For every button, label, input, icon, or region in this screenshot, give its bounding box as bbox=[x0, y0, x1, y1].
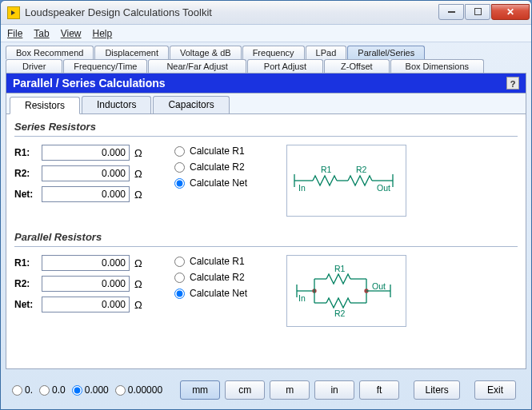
menu-view[interactable]: View bbox=[61, 28, 82, 39]
menu-tab[interactable]: Tab bbox=[34, 28, 49, 39]
series-diagram-r1: R1 bbox=[321, 165, 332, 174]
precision-0[interactable] bbox=[12, 385, 22, 396]
series-r1-label: R1: bbox=[14, 147, 42, 158]
tab-driver[interactable]: Driver bbox=[6, 59, 62, 73]
series-diagram-r2: R2 bbox=[356, 165, 367, 174]
series-r2-label: R2: bbox=[14, 168, 42, 179]
panel-help-button[interactable]: ? bbox=[506, 77, 519, 90]
series-row: R1: Ω R2: Ω Net: Ω bbox=[14, 145, 518, 217]
titlebar: Loudspeaker Design Calculations Toolkit … bbox=[1, 1, 531, 25]
tab-lpad[interactable]: LPad bbox=[306, 46, 347, 59]
parallel-row: R1: Ω R2: Ω Net: Ω bbox=[14, 255, 518, 327]
parallel-schematic: In R1 R2 Out bbox=[286, 255, 406, 327]
tab-frequency[interactable]: Frequency bbox=[242, 46, 305, 59]
series-r1-input[interactable] bbox=[42, 145, 130, 161]
precision-1[interactable] bbox=[39, 385, 50, 396]
tab-parallel-series[interactable]: Parallel/Series bbox=[347, 46, 425, 59]
series-radio-r1-label: Calculate R1 bbox=[190, 145, 245, 157]
tab-frequency-time[interactable]: Frequency/Time bbox=[63, 59, 147, 73]
liters-button[interactable]: Liters bbox=[414, 380, 460, 400]
precision-3[interactable] bbox=[115, 385, 126, 396]
subtab-capacitors[interactable]: Capacitors bbox=[153, 96, 229, 113]
close-button[interactable]: ✕ bbox=[491, 4, 530, 20]
menu-help[interactable]: Help bbox=[93, 28, 113, 39]
menu-file[interactable]: File bbox=[7, 28, 22, 39]
series-radio-r1[interactable] bbox=[174, 146, 185, 157]
parallel-radio-r1[interactable] bbox=[174, 257, 185, 267]
parallel-radio-net-label: Calculate Net bbox=[190, 288, 247, 299]
parallel-r2-label: R2: bbox=[14, 278, 42, 289]
menubar: File Tab View Help bbox=[1, 25, 531, 42]
parallel-net-input[interactable] bbox=[42, 297, 130, 312]
parallel-title: Parallel Resistors bbox=[14, 228, 518, 245]
parallel-diagram-out: Out bbox=[372, 281, 386, 291]
tab-port-adjust[interactable]: Port Adjust bbox=[247, 59, 323, 73]
parallel-radio-r1-label: Calculate R1 bbox=[190, 256, 245, 267]
window-controls: ✕ bbox=[438, 4, 530, 22]
unit-cm-button[interactable]: cm bbox=[225, 380, 265, 400]
workarea: Series Resistors R1: Ω R2: Ω Net: bbox=[6, 114, 526, 369]
parallel-r1-unit: Ω bbox=[134, 257, 142, 269]
series-radio-net[interactable] bbox=[174, 178, 185, 189]
parallel-diagram-r2: R2 bbox=[334, 308, 346, 318]
parallel-r2-unit: Ω bbox=[134, 278, 142, 290]
tab-voltage-db[interactable]: Voltage & dB bbox=[170, 46, 242, 59]
unit-m-button[interactable]: m bbox=[270, 380, 310, 400]
parallel-r2-input[interactable] bbox=[42, 276, 130, 292]
parallel-net-unit: Ω bbox=[134, 299, 142, 311]
subtab-resistors[interactable]: Resistors bbox=[10, 97, 80, 114]
content: Box Recommend Displacement Voltage & dB … bbox=[1, 42, 531, 409]
unit-mm-button[interactable]: mm bbox=[180, 380, 220, 400]
tab-row-1: Box Recommend Displacement Voltage & dB … bbox=[6, 46, 526, 59]
maximize-button[interactable] bbox=[465, 4, 490, 20]
parallel-radio-r2[interactable] bbox=[174, 273, 185, 283]
series-radio-net-label: Calculate Net bbox=[190, 177, 247, 189]
minimize-button[interactable] bbox=[438, 4, 464, 20]
series-r2-unit: Ω bbox=[134, 168, 142, 180]
series-schematic: In R1 R2 Out bbox=[286, 145, 406, 217]
footer: 0. 0.0 0.000 0.00000 mm cm m in ft Liter… bbox=[6, 376, 526, 404]
tab-row-2: Driver Frequency/Time Near/Far Adjust Po… bbox=[6, 59, 526, 73]
precision-group: 0. 0.0 0.000 0.00000 bbox=[12, 384, 162, 396]
series-radio-r2-label: Calculate R2 bbox=[190, 161, 245, 173]
parallel-net-label: Net: bbox=[14, 299, 42, 310]
parallel-r1-label: R1: bbox=[14, 257, 42, 269]
parallel-r1-input[interactable] bbox=[42, 255, 130, 271]
series-net-unit: Ω bbox=[134, 189, 142, 201]
series-radio-r2[interactable] bbox=[174, 162, 185, 173]
parallel-radio-net[interactable] bbox=[174, 289, 185, 299]
tab-box-dimensions[interactable]: Box Dimensions bbox=[390, 59, 484, 73]
parallel-diagram-in: In bbox=[298, 293, 306, 303]
tab-z-offset[interactable]: Z-Offset bbox=[324, 59, 390, 73]
series-diagram-out: Out bbox=[377, 183, 390, 193]
series-r1-unit: Ω bbox=[134, 147, 142, 159]
tab-near-far-adjust[interactable]: Near/Far Adjust bbox=[148, 59, 246, 73]
exit-button[interactable]: Exit bbox=[474, 380, 516, 400]
panel-title-bar: Parallel / Series Calculations ? bbox=[6, 73, 526, 94]
series-net-input[interactable] bbox=[42, 186, 130, 202]
subtab-inductors[interactable]: Inductors bbox=[82, 96, 151, 113]
series-net-label: Net: bbox=[14, 189, 42, 200]
series-diagram-in: In bbox=[298, 183, 306, 193]
series-r2-input[interactable] bbox=[42, 165, 130, 181]
precision-2[interactable] bbox=[72, 385, 82, 396]
tab-box-recommend[interactable]: Box Recommend bbox=[6, 46, 94, 59]
subtab-row: Resistors Inductors Capacitors bbox=[6, 94, 526, 114]
parallel-radio-r2-label: Calculate R2 bbox=[190, 272, 245, 283]
tab-displacement[interactable]: Displacement bbox=[94, 46, 169, 59]
unit-ft-button[interactable]: ft bbox=[359, 380, 399, 400]
unit-in-button[interactable]: in bbox=[314, 380, 354, 400]
window-title: Loudspeaker Design Calculations Toolkit bbox=[25, 6, 438, 18]
app-window: Loudspeaker Design Calculations Toolkit … bbox=[0, 0, 532, 410]
panel-title: Parallel / Series Calculations bbox=[13, 77, 166, 90]
app-icon bbox=[7, 6, 20, 19]
parallel-diagram-r1: R1 bbox=[334, 264, 346, 273]
series-title: Series Resistors bbox=[14, 117, 518, 134]
